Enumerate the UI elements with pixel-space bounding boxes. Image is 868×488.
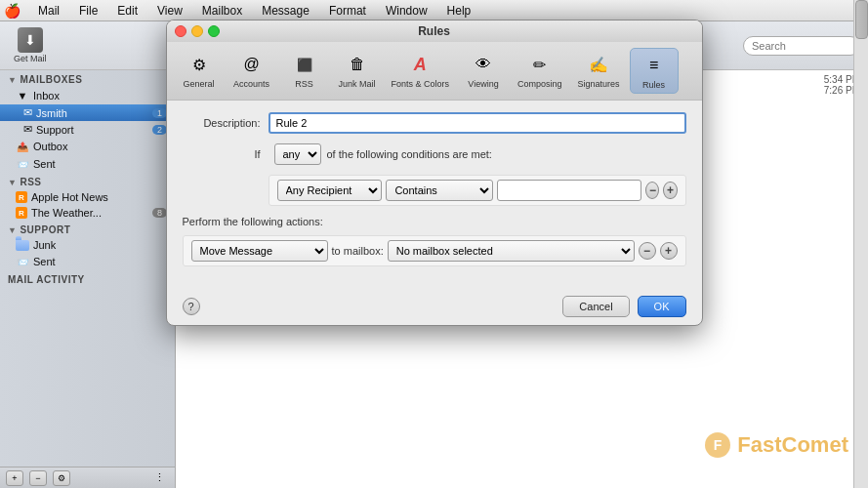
toolbar-junk-mail[interactable]: 🗑 Junk Mail [333,48,382,94]
modal-minimize-button[interactable] [191,25,203,37]
toolbar-fonts-colors[interactable]: A Fonts & Colors [386,48,456,94]
add-action-button[interactable]: + [660,242,678,260]
recipient-select[interactable]: Any Recipient From To Cc Subject [277,180,383,201]
viewing-icon: 👁 [470,51,497,78]
composing-icon: ✏ [526,51,554,78]
help-button[interactable]: ? [183,298,200,315]
fonts-colors-label: Fonts & Colors [392,79,450,89]
contains-select[interactable]: Contains Does not contain Begins with En… [386,180,493,201]
rules-dialog: Rules ⚙ General @ Accounts ⬛ RSS 🗑 Junk … [166,20,703,326]
to-mailbox-label: to mailbox: [332,245,384,257]
rules-icon: ≡ [641,52,668,79]
perform-actions-label: Perform the following actions: [183,216,686,227]
toolbar-signatures[interactable]: ✍ Signatures [572,48,626,94]
remove-condition-button[interactable]: − [645,182,659,199]
modal-content: Description: If any of the following con… [167,101,702,288]
cancel-button[interactable]: Cancel [562,296,629,317]
filter-row: Any Recipient From To Cc Subject Contain… [269,175,686,206]
junk-mail-icon: 🗑 [344,51,371,78]
condition-row: If any of the following conditions are m… [183,143,686,165]
remove-action-button[interactable]: − [639,242,656,260]
modal-toolbar: ⚙ General @ Accounts ⬛ RSS 🗑 Junk Mail A… [167,42,702,101]
toolbar-accounts[interactable]: @ Accounts [227,48,276,94]
description-row: Description: [183,112,686,134]
conditions-text: of the following conditions are met: [327,148,492,160]
mailbox-select[interactable]: No mailbox selected Inbox Sent Drafts [388,240,635,262]
signatures-icon: ✍ [585,51,612,78]
accounts-icon: @ [238,51,266,78]
viewing-label: Viewing [468,79,498,89]
filter-value-input[interactable] [497,180,641,201]
modal-maximize-button[interactable] [208,25,220,37]
toolbar-general[interactable]: ⚙ General [175,48,224,94]
accounts-label: Accounts [233,79,269,89]
fonts-colors-icon: A [406,51,434,78]
toolbar-composing[interactable]: ✏ Composing [512,48,568,94]
description-label: Description: [183,117,261,129]
modal-close-button[interactable] [175,25,186,37]
rules-label: Rules [642,80,665,90]
toolbar-viewing[interactable]: 👁 Viewing [459,48,508,94]
modal-title-bar: Rules [167,20,702,42]
general-icon: ⚙ [186,51,213,78]
composing-label: Composing [517,79,562,89]
footer-buttons: Cancel OK [562,296,685,317]
add-condition-button[interactable]: + [663,182,677,199]
if-label: If [183,148,261,160]
general-label: General [183,79,214,89]
toolbar-rules[interactable]: ≡ Rules [630,48,679,94]
modal-overlay: Rules ⚙ General @ Accounts ⬛ RSS 🗑 Junk … [0,0,868,488]
action-select[interactable]: Move Message Copy Message Delete Message… [191,240,328,262]
modal-window-controls [175,25,220,37]
any-select[interactable]: any [274,143,321,165]
junk-mail-label: Junk Mail [339,79,376,89]
description-input[interactable] [269,112,686,134]
modal-title: Rules [418,24,450,38]
rss-toolbar-label: RSS [295,79,313,89]
modal-footer: ? Cancel OK [167,288,702,325]
rss-toolbar-icon: ⬛ [291,51,318,78]
ok-button[interactable]: OK [638,296,686,317]
toolbar-rss[interactable]: ⬛ RSS [280,48,329,94]
action-row: Move Message Copy Message Delete Message… [183,235,686,266]
signatures-label: Signatures [578,79,620,89]
